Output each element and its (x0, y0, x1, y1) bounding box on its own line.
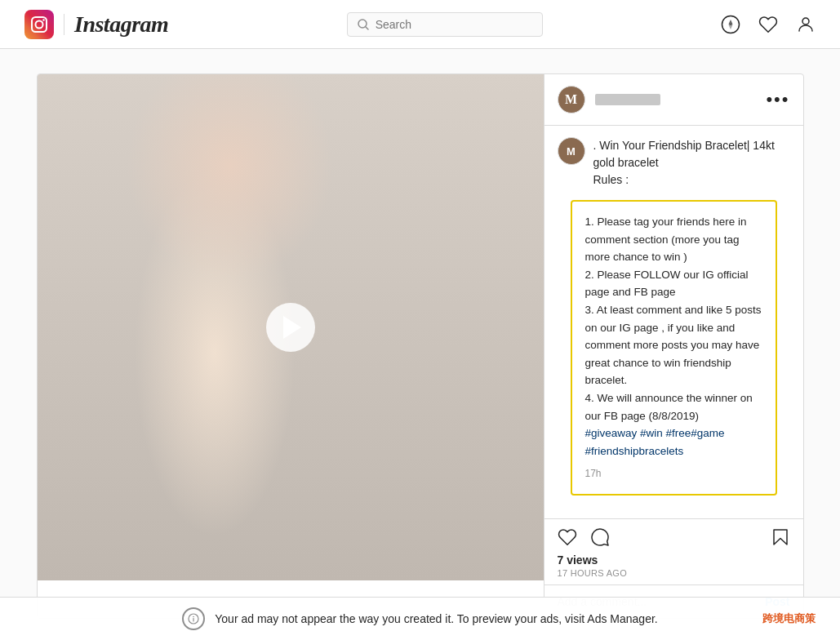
play-triangle-icon (283, 316, 301, 339)
svg-line-5 (366, 27, 368, 29)
caption-text: . Win Your Friendship Bracelet| 14kt gol… (593, 139, 775, 186)
giveaway-hashtags: #giveaway #win #free#game #friendshipbra… (585, 424, 762, 460)
watermark-text: 跨境电商策 (762, 611, 816, 626)
nav-divider (64, 14, 64, 35)
search-input[interactable] (376, 18, 532, 31)
notifications-icon[interactable] (758, 15, 778, 34)
search-icon (358, 19, 369, 30)
post-header: M ••• (544, 74, 803, 126)
more-options-button[interactable]: ••• (766, 91, 789, 109)
caption-rules-label: Rules : (593, 173, 629, 186)
giveaway-rules-text: 1. Please tag your friends here in comme… (585, 213, 762, 424)
bottom-bar-message: Your ad may not appear the way you creat… (215, 612, 657, 625)
svg-point-9 (802, 18, 809, 24)
svg-point-12 (193, 616, 194, 618)
caption-body: . Win Your Friendship Bracelet| 14kt gol… (593, 137, 790, 189)
post-username[interactable] (595, 94, 757, 105)
notification-icon (182, 607, 205, 630)
caption-avatar-initial: M (567, 145, 576, 158)
post-actions: 7 views 17 HOURS AGO (544, 518, 803, 584)
post-comments-area: M . Win Your Friendship Bracelet| 14kt g… (544, 126, 803, 518)
username-placeholder (595, 94, 660, 105)
svg-point-3 (42, 19, 44, 20)
bookmark-button[interactable] (771, 527, 790, 547)
timestamp-label: 17 HOURS AGO (558, 568, 790, 578)
post-detail: M ••• M . Win Your Friends (544, 74, 803, 618)
bottom-notification-bar: Your ad may not appear the way you creat… (0, 597, 840, 640)
avatar[interactable]: M (558, 86, 585, 113)
post-card: M ••• M . Win Your Friends (37, 73, 804, 619)
instagram-wordmark: Instagram (74, 11, 168, 38)
nav-right (721, 15, 816, 34)
giveaway-box: 1. Please tag your friends here in comme… (571, 200, 777, 496)
nav-bar: Instagram (0, 0, 840, 49)
avatar-initial: M (565, 92, 577, 107)
play-button[interactable] (266, 303, 315, 352)
like-button[interactable] (558, 527, 577, 547)
main-content: M ••• M . Win Your Friends (0, 49, 840, 640)
caption-avatar[interactable]: M (558, 137, 585, 165)
explore-icon[interactable] (721, 15, 740, 34)
svg-marker-8 (728, 24, 732, 29)
svg-marker-10 (774, 530, 787, 544)
nav-left: Instagram (24, 10, 168, 39)
search-bar[interactable] (347, 12, 543, 37)
comment-button[interactable] (590, 527, 610, 547)
views-count: 7 views (558, 553, 790, 567)
caption-intro: . Win Your Friendship Bracelet| 14kt gol… (593, 139, 775, 169)
profile-icon[interactable] (796, 15, 816, 34)
giveaway-time: 17h (585, 466, 762, 482)
post-media (38, 74, 544, 580)
caption-comment: M . Win Your Friendship Bracelet| 14kt g… (558, 137, 790, 189)
svg-rect-0 (24, 10, 54, 39)
action-buttons (558, 527, 790, 547)
instagram-logo-icon[interactable] (24, 10, 54, 39)
